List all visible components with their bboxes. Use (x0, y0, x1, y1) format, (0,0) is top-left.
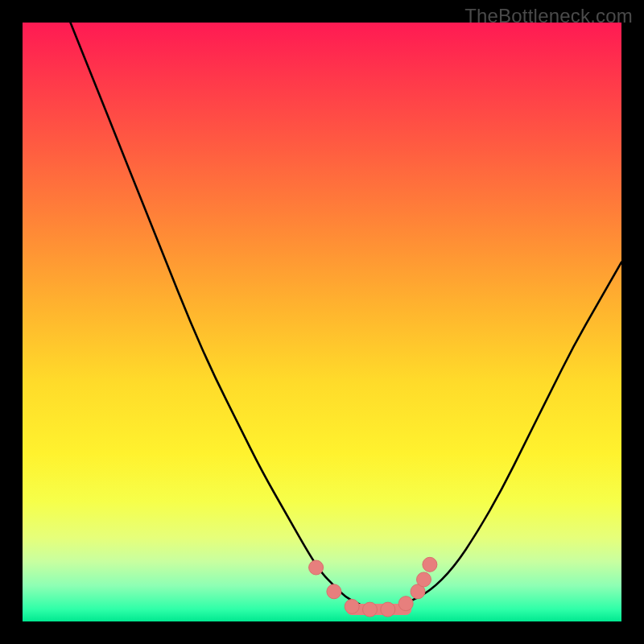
bottleneck-curve-svg (23, 23, 621, 621)
curve-marker (398, 597, 413, 611)
curve-marker (345, 599, 359, 613)
bottleneck-curve (71, 23, 622, 609)
curve-marker (309, 560, 324, 575)
curve-marker (363, 602, 378, 617)
curve-markers (309, 557, 437, 617)
curve-marker (423, 557, 437, 572)
curve-marker (381, 602, 395, 617)
chart-stage: TheBottleneck.com (0, 0, 644, 644)
plot-area (23, 23, 621, 621)
curve-marker (417, 572, 431, 587)
curve-marker (327, 584, 341, 599)
